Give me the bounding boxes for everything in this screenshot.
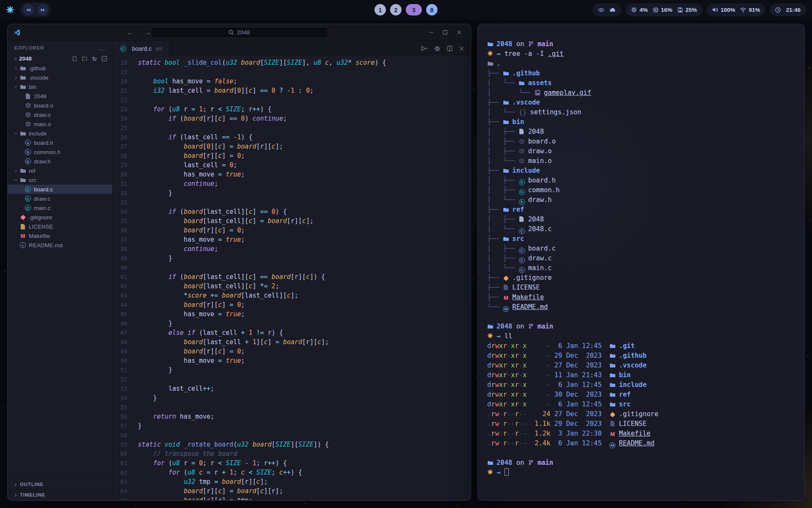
file-main.c[interactable]: Cmain.c bbox=[8, 203, 112, 213]
terminal-line: ├── .gitignore bbox=[487, 273, 795, 283]
wifi-icon bbox=[740, 8, 746, 12]
code-text: board[r][c] = 0; bbox=[138, 300, 245, 309]
item-label: main.c bbox=[34, 205, 51, 211]
file-.gitignore[interactable]: .gitignore bbox=[8, 213, 112, 222]
code-line-51: 51 } bbox=[112, 365, 471, 375]
media-next-button[interactable] bbox=[37, 4, 48, 15]
close-button[interactable] bbox=[457, 30, 461, 35]
file-board.o[interactable]: board.o bbox=[8, 101, 112, 110]
line-number: 31 bbox=[112, 179, 138, 188]
chevron-down-icon: › bbox=[13, 84, 19, 90]
editor-area: C board.c src 18static bool _slide_col(u… bbox=[112, 41, 471, 500]
workspace-3[interactable]: 3 bbox=[406, 4, 422, 16]
folder-bin[interactable]: ›bin bbox=[8, 82, 112, 91]
window-controls bbox=[429, 30, 465, 35]
chevron-down-icon: › bbox=[13, 177, 19, 183]
file-LICENSE[interactable]: LICENSE bbox=[8, 222, 112, 231]
vscode-window: ← → 2048 EXPLORER … › 2048 ↻ bbox=[7, 24, 471, 501]
file-README.md[interactable]: iREADME.md bbox=[8, 240, 112, 250]
terminal-body[interactable]: 2048 on main→ tree -a -I .git.├── .githu… bbox=[478, 24, 804, 500]
project-root-folder[interactable]: › 2048 ↻ bbox=[8, 54, 112, 64]
terminal-line: │ └── {}settings.json bbox=[487, 108, 795, 117]
file-board.c[interactable]: Cboard.c bbox=[8, 185, 112, 194]
media-controls bbox=[20, 3, 51, 17]
tab-board.c[interactable]: C board.c src bbox=[112, 41, 170, 56]
new-folder-button[interactable] bbox=[82, 55, 88, 62]
letterm-icon: M bbox=[19, 233, 27, 239]
terminal-line: .rw-r--r-- 2.4k 6 Jan 12:45 MREADME.md bbox=[487, 439, 795, 448]
code-area[interactable]: 18static bool _slide_col(u32 board[SIZE]… bbox=[112, 56, 471, 500]
terminal-line: → tree -a -I .git bbox=[487, 49, 795, 59]
section-outline[interactable]: ›OUTLINE bbox=[8, 479, 112, 489]
settings-gear-icon[interactable] bbox=[434, 46, 440, 52]
folder-.vscode[interactable]: ›.vscode bbox=[8, 73, 112, 82]
terminal-window[interactable]: 2048 on main→ tree -a -I .git.├── .githu… bbox=[477, 24, 805, 501]
terminal-line: │ └── C2048.c bbox=[487, 224, 795, 234]
run-button[interactable] bbox=[421, 46, 428, 51]
file-draw.o[interactable]: draw.o bbox=[8, 110, 112, 119]
code-line-65: 65 board[c][r] = tmp; bbox=[112, 496, 471, 500]
workspace-8[interactable]: 8 bbox=[426, 4, 438, 16]
code-line-48: 48 board[last_cell + 1][c] = board[r][c]… bbox=[112, 337, 471, 347]
minimize-button[interactable] bbox=[429, 30, 433, 35]
code-line-28: 28 board[r][c] = 0; bbox=[112, 151, 471, 160]
wifi-metric: 91% bbox=[740, 7, 760, 13]
folder-.github[interactable]: ›.github bbox=[8, 64, 112, 73]
nav-back-button[interactable]: ← bbox=[127, 29, 134, 36]
section-timeline[interactable]: ›TIMELINE bbox=[8, 489, 112, 500]
code-text: continue; bbox=[138, 179, 218, 188]
code-text: board[r][c] = board[c][r]; bbox=[138, 486, 283, 496]
collapse-all-button[interactable] bbox=[102, 55, 107, 62]
command-center[interactable]: 2048 bbox=[151, 27, 328, 38]
file-draw.h[interactable]: hdraw.h bbox=[8, 157, 112, 166]
system-logo-icon[interactable] bbox=[6, 6, 14, 14]
folder-icon bbox=[19, 131, 27, 136]
new-file-button[interactable] bbox=[72, 55, 77, 62]
code-line-39: 39 } bbox=[112, 254, 471, 263]
code-text: board[r][c] = 0; bbox=[138, 151, 245, 160]
volume-value: 100% bbox=[721, 7, 735, 13]
file-icon bbox=[519, 127, 525, 137]
volume-metric: 100% bbox=[712, 7, 735, 13]
workspace-2[interactable]: 2 bbox=[390, 4, 402, 16]
code-line-22: 22 bbox=[112, 95, 471, 105]
file-Makefile[interactable]: MMakefile bbox=[8, 231, 112, 240]
folder-icon bbox=[609, 351, 615, 361]
code-line-62: 62 for (u8 c = r + 1; c < SIZE; c++) { bbox=[112, 468, 471, 477]
circc-icon: C bbox=[519, 244, 525, 254]
maximize-button[interactable] bbox=[443, 30, 447, 35]
explorer-header: EXPLORER … bbox=[8, 42, 112, 54]
terminal-line: │ ├── hboard.h bbox=[487, 176, 795, 185]
code-line-25: 25 bbox=[112, 123, 471, 133]
code-line-49: 49 board[r][c] = 0; bbox=[112, 347, 471, 356]
file-board.h[interactable]: hboard.h bbox=[8, 138, 112, 147]
code-text: for (u8 c = r + 1; c < SIZE; c++) { bbox=[138, 468, 302, 477]
file-common.h[interactable]: hcommon.h bbox=[8, 147, 112, 157]
media-prev-button[interactable] bbox=[23, 4, 34, 15]
code-text: if (last_cell == -1) { bbox=[138, 133, 252, 142]
file-main.o[interactable]: main.o bbox=[8, 119, 112, 129]
project-root-label: 2048 bbox=[19, 55, 32, 62]
code-line-52: 52 bbox=[112, 375, 471, 384]
refresh-button[interactable]: ↻ bbox=[92, 55, 97, 62]
terminal-line: 2048 on main bbox=[487, 458, 795, 468]
file-draw.c[interactable]: Cdraw.c bbox=[8, 194, 112, 203]
folder-include[interactable]: ›include bbox=[8, 129, 112, 138]
terminal-block-3: 2048 on main→ bbox=[487, 458, 795, 478]
line-number: 53 bbox=[112, 384, 138, 393]
file-icon bbox=[519, 215, 525, 225]
item-label: board.c bbox=[34, 186, 53, 193]
close-tab-icon[interactable] bbox=[459, 46, 464, 51]
more-actions-icon[interactable]: … bbox=[99, 45, 105, 51]
code-text: static void _rotate_board(u32 board[SIZE… bbox=[138, 440, 329, 449]
workspace-1[interactable]: 1 bbox=[375, 4, 386, 16]
cube-icon bbox=[519, 147, 525, 157]
folder-src[interactable]: ›src bbox=[8, 175, 112, 185]
split-editor-icon[interactable] bbox=[447, 46, 453, 51]
file-2048[interactable]: 2048 bbox=[8, 91, 112, 101]
gitd-icon bbox=[503, 273, 509, 283]
code-line-50: 50 has_move = true; bbox=[112, 356, 471, 365]
line-number: 20 bbox=[112, 77, 138, 86]
folder-ref[interactable]: ›ref bbox=[8, 166, 112, 175]
ram-value: 16% bbox=[661, 7, 672, 13]
